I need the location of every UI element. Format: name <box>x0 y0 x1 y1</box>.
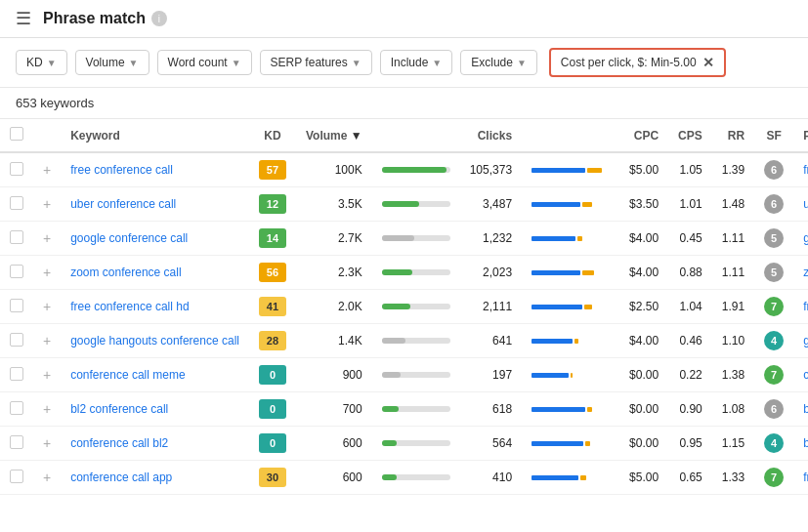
header-kd[interactable]: KD <box>249 119 296 152</box>
row-rr: 1.38 <box>712 358 754 392</box>
kd-filter[interactable]: KD ▼ <box>16 50 67 75</box>
row-keyword[interactable]: google conference call <box>61 222 249 256</box>
row-add-btn[interactable]: + <box>33 187 61 222</box>
header-cpc[interactable]: CPC <box>619 119 668 152</box>
row-add-btn[interactable]: + <box>33 222 61 256</box>
row-cpc: $4.00 <box>619 256 668 290</box>
volume-filter[interactable]: Volume ▼ <box>75 50 149 75</box>
row-keyword[interactable]: bl2 conference call <box>61 392 249 427</box>
row-clicks: 2,023 <box>460 256 522 290</box>
row-parent[interactable]: google ha... <box>793 324 808 358</box>
row-volume: 600 <box>296 461 372 495</box>
row-sf: 5 <box>754 222 793 256</box>
row-keyword[interactable]: uber conference call <box>61 187 249 222</box>
header-clicks[interactable]: Clicks <box>460 119 522 152</box>
exclude-filter[interactable]: Exclude ▼ <box>460 50 537 75</box>
row-checkbox[interactable] <box>0 152 33 187</box>
row-checkbox[interactable] <box>0 187 33 222</box>
header-keyword[interactable]: Keyword <box>61 119 249 152</box>
row-keyword[interactable]: conference call app <box>61 461 249 495</box>
row-checkbox[interactable] <box>0 461 33 495</box>
row-add-btn[interactable]: + <box>33 427 61 461</box>
row-rr: 1.10 <box>712 324 754 358</box>
row-add-btn[interactable]: + <box>33 392 61 427</box>
keyword-count: 653 keywords <box>0 88 808 119</box>
row-clicks: 641 <box>460 324 522 358</box>
row-rr: 1.11 <box>712 256 754 290</box>
header-volume[interactable]: Volume ▼ <box>296 119 372 152</box>
row-add-btn[interactable]: + <box>33 358 61 392</box>
row-clicks-bar <box>522 461 619 495</box>
info-icon[interactable]: i <box>151 11 167 26</box>
row-checkbox[interactable] <box>0 222 33 256</box>
row-cps: 0.65 <box>668 461 712 495</box>
row-volume: 3.5K <box>296 187 372 222</box>
header-cps[interactable]: CPS <box>668 119 712 152</box>
row-parent[interactable]: free confe... <box>793 152 808 187</box>
row-sf: 5 <box>754 256 793 290</box>
header: ☰ Phrase match i <box>0 0 808 38</box>
row-cps: 0.46 <box>668 324 712 358</box>
row-volume-bar <box>372 358 460 392</box>
row-checkbox[interactable] <box>0 290 33 324</box>
volume-chevron-icon: ▼ <box>129 58 139 68</box>
header-checkbox[interactable] <box>0 119 33 152</box>
row-parent[interactable]: borderlan... <box>793 392 808 427</box>
row-volume: 600 <box>296 427 372 461</box>
row-sf: 7 <box>754 358 793 392</box>
row-cps: 0.45 <box>668 222 712 256</box>
row-kd: 28 <box>249 324 296 358</box>
header-parent[interactable]: Parent to <box>793 119 808 152</box>
row-kd: 14 <box>249 222 296 256</box>
row-add-btn[interactable]: + <box>33 324 61 358</box>
row-keyword[interactable]: zoom conference call <box>61 256 249 290</box>
row-parent[interactable]: conferenc... <box>793 358 808 392</box>
serp-features-filter[interactable]: SERP features ▼ <box>260 50 372 75</box>
menu-icon[interactable]: ☰ <box>16 8 31 29</box>
header-rr[interactable]: RR <box>712 119 754 152</box>
row-kd: 56 <box>249 256 296 290</box>
row-checkbox[interactable] <box>0 324 33 358</box>
row-sf: 7 <box>754 461 793 495</box>
row-keyword[interactable]: free conference call hd <box>61 290 249 324</box>
row-checkbox[interactable] <box>0 256 33 290</box>
row-clicks: 1,232 <box>460 222 522 256</box>
row-rr: 1.11 <box>712 222 754 256</box>
row-parent[interactable]: uberconfe... <box>793 187 808 222</box>
row-keyword[interactable]: conference call meme <box>61 358 249 392</box>
row-add-btn[interactable]: + <box>33 461 61 495</box>
row-clicks: 618 <box>460 392 522 427</box>
header-sf[interactable]: SF <box>754 119 793 152</box>
table-row: + google hangouts conference call 28 1.4… <box>0 324 808 358</box>
word-count-filter[interactable]: Word count ▼ <box>157 50 252 75</box>
row-parent[interactable]: borderlan... <box>793 427 808 461</box>
row-parent[interactable]: freeconfe... <box>793 461 808 495</box>
row-volume-bar <box>372 187 460 222</box>
row-sf: 6 <box>754 187 793 222</box>
row-volume: 700 <box>296 392 372 427</box>
row-parent[interactable]: zoom <box>793 256 808 290</box>
row-keyword[interactable]: conference call bl2 <box>61 427 249 461</box>
active-filter-close-icon[interactable]: ✕ <box>702 55 714 70</box>
row-cpc: $4.00 <box>619 324 668 358</box>
table-row: + conference call bl2 0 600 564 $0.00 0.… <box>0 427 808 461</box>
row-cpc: $0.00 <box>619 427 668 461</box>
include-filter[interactable]: Include ▼ <box>380 50 453 75</box>
row-checkbox[interactable] <box>0 392 33 427</box>
include-chevron-icon: ▼ <box>432 58 442 68</box>
keywords-table-container: Keyword KD Volume ▼ Clicks CPC CPS RR SF… <box>0 119 808 495</box>
row-keyword[interactable]: free conference call <box>61 152 249 187</box>
row-parent[interactable]: freeconfe... <box>793 290 808 324</box>
row-checkbox[interactable] <box>0 358 33 392</box>
serp-features-chevron-icon: ▼ <box>352 58 361 68</box>
table-row: + uber conference call 12 3.5K 3,487 $3.… <box>0 187 808 222</box>
row-add-btn[interactable]: + <box>33 256 61 290</box>
row-clicks: 410 <box>460 461 522 495</box>
table-row: + conference call meme 0 900 197 $0.00 0… <box>0 358 808 392</box>
row-checkbox[interactable] <box>0 427 33 461</box>
row-sf: 6 <box>754 152 793 187</box>
row-keyword[interactable]: google hangouts conference call <box>61 324 249 358</box>
row-add-btn[interactable]: + <box>33 290 61 324</box>
row-add-btn[interactable]: + <box>33 152 61 187</box>
row-parent[interactable]: google vo... <box>793 222 808 256</box>
